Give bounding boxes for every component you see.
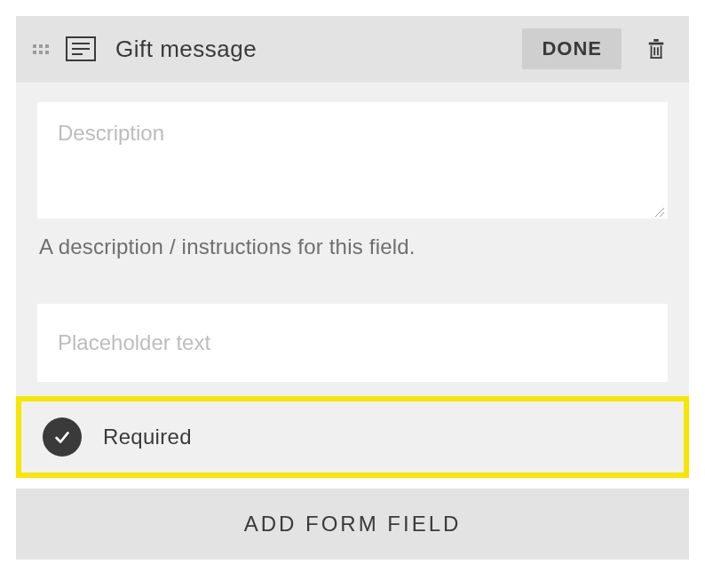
add-form-field-button[interactable]: ADD FORM FIELD [16,489,689,560]
field-header: Gift message DONE [16,16,689,82]
svg-rect-0 [649,43,664,45]
description-helper-text: A description / instructions for this fi… [37,222,668,259]
form-field-card: Gift message DONE [16,16,689,478]
required-checkbox[interactable] [43,417,82,457]
field-body: A description / instructions for this fi… [16,82,689,478]
done-button[interactable]: DONE [522,28,622,69]
required-toggle-row[interactable]: Required [21,401,684,473]
svg-rect-5 [654,47,655,55]
svg-rect-3 [661,45,662,59]
svg-rect-6 [657,47,659,55]
required-label: Required [103,425,192,449]
description-input[interactable] [37,102,668,219]
text-field-type-icon [66,36,96,61]
svg-rect-2 [651,45,653,59]
check-icon [52,427,72,447]
required-row-highlight: Required [16,396,689,478]
svg-rect-1 [654,39,659,42]
svg-rect-4 [651,57,662,59]
trash-icon [646,37,666,60]
placeholder-text-input[interactable] [37,304,668,382]
field-title: Gift message [115,36,522,63]
delete-button[interactable] [645,36,668,62]
drag-handle-icon[interactable] [32,36,50,62]
